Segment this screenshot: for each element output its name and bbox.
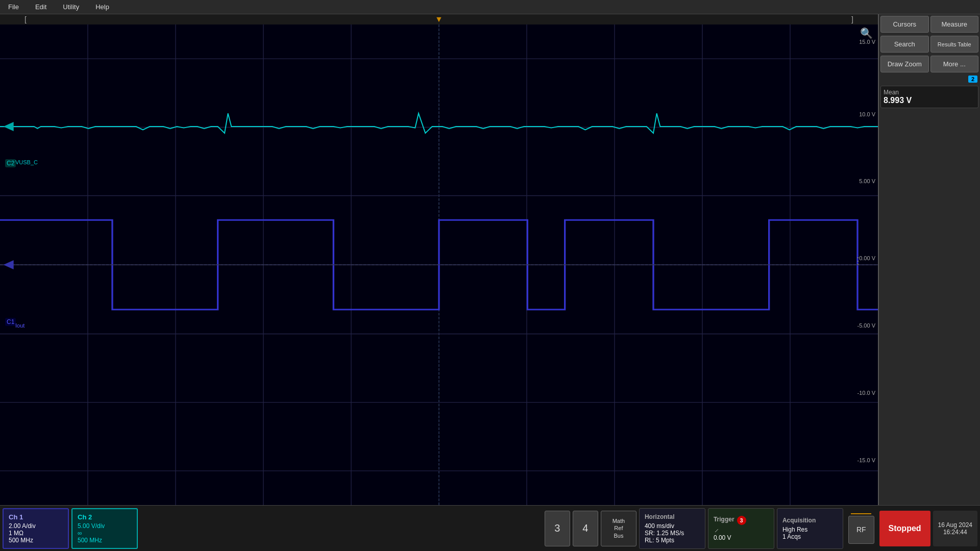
ch2-bandwidth: 500 MHz — [78, 537, 132, 544]
date-display: 16 Aug 2024 — [938, 521, 972, 529]
ch2-badge: 2 — [968, 76, 977, 83]
horizontal-title: Horizontal — [645, 513, 700, 520]
measure-button[interactable]: Measure — [930, 16, 979, 33]
bracket-left-icon: [ — [24, 15, 27, 23]
iout-label: Iout — [15, 322, 24, 329]
math-ref-bus-button[interactable]: Math Ref Bus — [601, 511, 636, 546]
volt-label-10n: -10.0 V — [857, 390, 875, 396]
acquisition-acqs: 1 Acqs — [782, 533, 838, 540]
acquisition-info-box[interactable]: Acquisition High Res 1 Acqs — [777, 508, 843, 549]
menu-bar: File Edit Utility Help — [0, 0, 980, 14]
volt-label-5n: -5.00 V — [857, 322, 875, 329]
channel-options-dots[interactable]: ⋮ — [853, 255, 863, 266]
scope-area: [ ▼ ] — [0, 14, 878, 505]
ch1-title: Ch 1 — [9, 513, 63, 521]
waveform-area[interactable]: C2 VUSB_C C1 Iout 🔍 15.0 V 10.0 V 5.00 V… — [0, 24, 878, 505]
results-table-button[interactable]: Results Table — [930, 36, 979, 53]
ch1-channel-badge: C1 — [5, 318, 16, 326]
top-button-row: Cursors Measure — [879, 14, 980, 34]
search-button[interactable]: Search — [880, 36, 929, 53]
math-label: Math — [612, 517, 625, 524]
trigger-title: Trigger — [714, 516, 734, 523]
trigger-symbol: ⟋ — [714, 527, 769, 534]
volt-label-10p: 10.0 V — [859, 111, 875, 117]
rf-button[interactable]: RF — [848, 516, 874, 544]
menu-utility[interactable]: Utility — [60, 2, 82, 12]
ch2-info-box[interactable]: Ch 2 5.00 V/div ∞ 500 MHz — [71, 508, 138, 549]
trigger-marker-icon: ▼ — [435, 15, 443, 24]
volt-label-5p: 5.00 V — [859, 178, 875, 184]
time-display: 16:24:44 — [943, 529, 967, 536]
datetime-box: 16 Aug 2024 16:24:44 — [933, 511, 977, 546]
measurement-label: Mean — [884, 89, 975, 96]
channel-4-button[interactable]: 4 — [573, 511, 598, 546]
cursors-button[interactable]: Cursors — [880, 16, 929, 33]
horizontal-info-box[interactable]: Horizontal 400 ms/div SR: 1.25 MS/s RL: … — [639, 508, 705, 549]
bracket-right-icon: ] — [851, 15, 853, 23]
measurement-value: 8.993 V — [884, 96, 975, 105]
bus-label: Bus — [614, 532, 623, 539]
waveform-grid — [0, 24, 878, 505]
trigger-info-box[interactable]: Trigger 3 ⟋ 0.00 V — [708, 508, 774, 549]
trigger-indicator-bar: [ ▼ ] — [0, 14, 878, 24]
acquisition-mode: High Res — [782, 526, 838, 533]
stopped-button[interactable]: Stopped — [879, 511, 930, 546]
horizontal-rl: RL: 5 Mpts — [645, 537, 700, 544]
second-button-row: Search Results Table — [879, 34, 980, 54]
measurement-box: Mean 8.993 V — [880, 86, 978, 108]
acquisition-title: Acquisition — [782, 517, 838, 524]
vusb-c-label: VUSB_C — [15, 159, 38, 165]
menu-file[interactable]: File — [5, 2, 22, 12]
more-button[interactable]: More ... — [930, 56, 979, 72]
channel-3-button[interactable]: 3 — [545, 511, 570, 546]
ch2-channel-badge: C2 — [5, 159, 16, 167]
menu-help[interactable]: Help — [92, 2, 112, 12]
ch2-title: Ch 2 — [78, 513, 132, 521]
horizontal-msdiv: 400 ms/div — [645, 522, 700, 530]
ch1-info-box[interactable]: Ch 1 2.00 A/div 1 MΩ 500 MHz — [3, 508, 69, 549]
scope-zoom-icon: 🔍 — [860, 27, 873, 39]
volt-label-15n: -15.0 V — [857, 457, 875, 463]
bottom-bar: Ch 1 2.00 A/div 1 MΩ 500 MHz Ch 2 5.00 V… — [0, 505, 980, 551]
ch2-coupling-icon: ∞ — [78, 530, 132, 537]
trigger-badge: 3 — [737, 516, 746, 525]
ch1-vdiv: 2.00 A/div — [9, 522, 63, 530]
menu-edit[interactable]: Edit — [32, 2, 50, 12]
ch1-bandwidth: 500 MHz — [9, 537, 63, 544]
rf-orange-line — [851, 513, 871, 514]
main-content: [ ▼ ] — [0, 14, 980, 505]
trigger-value: 0.00 V — [714, 534, 769, 541]
ch2-vdiv: 5.00 V/div — [78, 522, 132, 530]
horizontal-sr: SR: 1.25 MS/s — [645, 530, 700, 537]
volt-label-15p: 15.0 V — [859, 39, 875, 45]
ch1-resistance: 1 MΩ — [9, 530, 63, 537]
ref-label: Ref — [614, 524, 623, 532]
draw-zoom-button[interactable]: Draw Zoom — [880, 56, 929, 72]
right-panel: Cursors Measure Search Results Table Dra… — [878, 14, 980, 505]
third-button-row: Draw Zoom More ... — [879, 54, 980, 74]
